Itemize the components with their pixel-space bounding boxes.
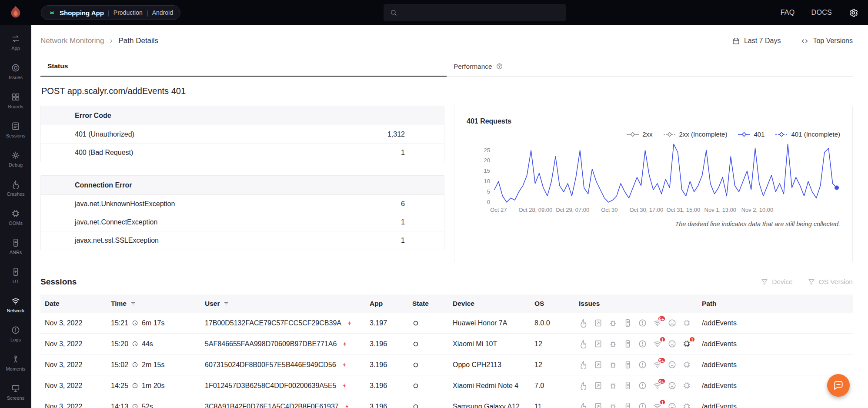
top-versions-control[interactable]: Top Versions [801, 37, 853, 45]
network-icon[interactable]: 1 [653, 402, 662, 408]
sad-face-icon[interactable] [668, 360, 677, 369]
filter-icon[interactable] [223, 301, 230, 307]
oom-icon[interactable] [682, 360, 691, 369]
log-icon[interactable] [594, 381, 603, 390]
anr-icon[interactable] [623, 339, 632, 348]
filter-icon[interactable] [130, 301, 137, 307]
col-header-time[interactable]: Time [107, 294, 200, 313]
session-user-id: 1F012457D3B6258C4DDF00200639A5E5 [205, 382, 336, 390]
error-label: java.net.ConnectException [75, 218, 157, 226]
sidebar-item-debug[interactable]: Debug [0, 144, 31, 174]
anr-icon[interactable] [623, 360, 632, 369]
error-table-row[interactable]: javax.net.ssl.SSLException1 [41, 231, 444, 250]
bug-icon[interactable] [608, 318, 618, 328]
sidebar-item-screens[interactable]: Screens [0, 378, 31, 407]
crash-icon[interactable] [579, 402, 588, 408]
bug-icon[interactable] [608, 402, 618, 408]
sidebar-item-ooms[interactable]: OOMs [0, 203, 31, 232]
os-version-filter[interactable]: OS Version [808, 278, 853, 286]
sad-face-icon[interactable] [668, 318, 677, 328]
session-row[interactable]: Nov 3, 2022 15:21 6m 17s 17B00D5132FACE7… [40, 313, 853, 334]
crash-icon[interactable] [579, 381, 588, 390]
sidebar-item-boards[interactable]: Boards [0, 86, 31, 115]
alert-icon[interactable] [638, 339, 647, 348]
error-table-row[interactable]: java.net.UnknownHostException6 [41, 195, 444, 213]
log-icon[interactable] [594, 402, 603, 408]
docs-link[interactable]: DOCS [811, 9, 832, 17]
error-table-row[interactable]: 400 (Bad Request)1 [41, 144, 444, 162]
col-header-state[interactable]: State [408, 294, 448, 313]
session-row[interactable]: Nov 3, 2022 14:25 1m 20s 1F012457D3B6258… [40, 375, 853, 396]
date-range-control[interactable]: Last 7 Days [732, 37, 781, 45]
legend-item[interactable]: 2xx [626, 130, 652, 138]
breadcrumb-network-monitoring[interactable]: Network Monitoring [40, 37, 104, 45]
help-icon[interactable] [496, 63, 503, 70]
sidebar-item-crashes[interactable]: Crashes [0, 174, 31, 203]
network-icon[interactable]: 5+ [653, 318, 662, 328]
sad-face-icon[interactable] [668, 402, 677, 408]
col-header-issues[interactable]: Issues [574, 294, 698, 313]
sidebar-item-network[interactable]: Network [0, 290, 31, 319]
search-bar[interactable] [384, 4, 566, 21]
platform-label: Android [152, 9, 173, 16]
legend-item[interactable]: 401 [738, 130, 765, 138]
network-icon[interactable]: 9+ [653, 381, 662, 390]
app-selector[interactable]: Shopping App | Production | Android [41, 5, 180, 20]
oom-icon[interactable] [682, 318, 691, 328]
log-icon[interactable] [594, 339, 603, 348]
sidebar-item-logs[interactable]: Logs [0, 319, 31, 348]
alert-icon[interactable] [638, 360, 647, 369]
bug-icon[interactable] [608, 360, 618, 369]
log-icon[interactable] [594, 360, 603, 369]
error-table-row[interactable]: java.net.ConnectException1 [41, 213, 444, 231]
anr-icon[interactable] [623, 402, 632, 408]
search-input[interactable] [402, 9, 560, 17]
requests-line-chart[interactable]: 0510152025Oct 27Oct 28, 09:00Oct 29, 07:… [467, 141, 840, 215]
bug-icon[interactable] [608, 381, 618, 390]
crash-icon[interactable] [579, 360, 588, 369]
col-header-device[interactable]: Device [448, 294, 530, 313]
anr-icon[interactable] [623, 381, 632, 390]
sidebar-item-moments[interactable]: Moments [0, 348, 31, 378]
crash-icon[interactable] [579, 318, 588, 328]
sad-face-icon[interactable] [668, 339, 677, 348]
sidebar-item-issues[interactable]: Issues [0, 57, 31, 86]
error-table-row[interactable]: 401 (Unauthorized)1,312 [41, 125, 444, 144]
oom-icon[interactable] [682, 381, 691, 390]
sidebar-item-anrs[interactable]: ANRs [0, 232, 31, 261]
network-icon[interactable]: 5+ [653, 360, 662, 369]
session-row[interactable]: Nov 3, 2022 15:20 44s 5AF846655FAA998D70… [40, 334, 853, 354]
log-icon[interactable] [594, 318, 603, 328]
col-header-app[interactable]: App [365, 294, 408, 313]
settings-gear-icon[interactable] [848, 8, 858, 18]
sad-face-icon[interactable] [668, 381, 677, 390]
network-icon[interactable]: 1 [653, 339, 662, 348]
crash-icon[interactable] [579, 339, 588, 348]
oom-icon[interactable]: 1 [682, 339, 691, 348]
device-filter[interactable]: Device [761, 278, 792, 286]
chat-fab[interactable] [827, 374, 850, 397]
anr-icon[interactable] [623, 318, 632, 328]
oom-icon[interactable] [682, 402, 691, 408]
legend-item[interactable]: 2xx (Incomplete) [663, 130, 728, 138]
alert-icon[interactable] [638, 318, 647, 328]
bug-icon[interactable] [608, 339, 618, 348]
tab-status[interactable]: Status [40, 57, 447, 77]
col-header-date[interactable]: Date [40, 294, 107, 313]
session-row[interactable]: Nov 3, 2022 15:02 2m 15s 607315024DF8B00… [40, 354, 853, 375]
tab-status-label: Status [47, 62, 68, 70]
sidebar-item-app[interactable]: App [0, 28, 31, 57]
os-version-filter-label: OS Version [819, 278, 853, 286]
tab-performance[interactable]: Performance [447, 57, 853, 76]
legend-item[interactable]: 401 (Incomplete) [775, 130, 840, 138]
col-header-path[interactable]: Path [698, 294, 853, 313]
alert-icon[interactable] [638, 381, 647, 390]
col-header-os[interactable]: OS [530, 294, 574, 313]
sidebar-item-sessions[interactable]: Sessions [0, 115, 31, 144]
session-row[interactable]: Nov 3, 2022 14:13 52s 3C8A91B42F0D76E1A5… [40, 396, 853, 408]
faq-link[interactable]: FAQ [781, 9, 795, 17]
brand-logo-icon[interactable] [7, 4, 24, 21]
alert-icon[interactable] [638, 402, 647, 408]
sidebar-item-ut[interactable]: UT [0, 261, 31, 290]
col-header-user[interactable]: User [200, 294, 365, 313]
